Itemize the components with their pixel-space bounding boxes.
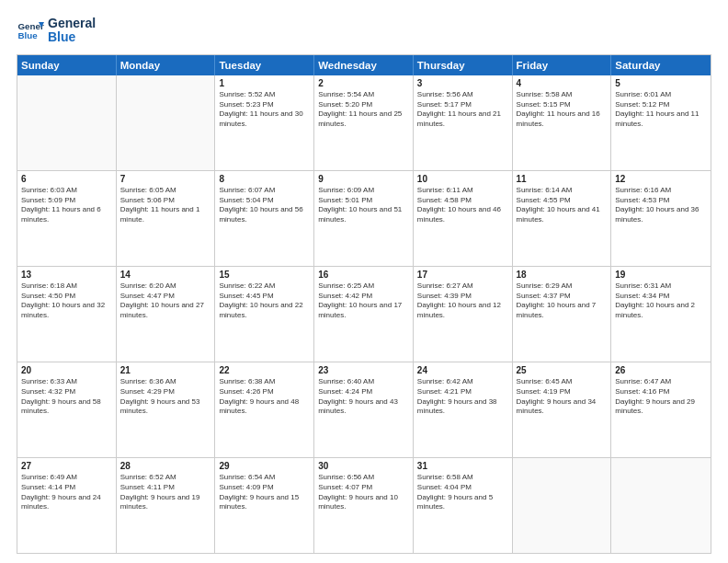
calendar-cell: 1Sunrise: 5:52 AMSunset: 5:23 PMDaylight… [215,75,314,170]
cell-info: Sunrise: 5:58 AMSunset: 5:15 PMDaylight:… [517,90,608,130]
calendar-cell [17,75,117,170]
day-number: 2 [318,78,409,88]
calendar-cell: 8Sunrise: 6:07 AMSunset: 5:04 PMDaylight… [215,171,314,266]
day-number: 9 [318,174,409,184]
svg-text:Blue: Blue [18,30,39,40]
calendar-cell: 15Sunrise: 6:22 AMSunset: 4:45 PMDayligh… [215,267,314,362]
calendar-day-header: Monday [117,55,216,75]
cell-info: Sunrise: 6:20 AMSunset: 4:47 PMDaylight:… [120,282,211,321]
calendar-cell: 30Sunrise: 6:56 AMSunset: 4:07 PMDayligh… [314,458,414,553]
calendar-cell: 13Sunrise: 6:18 AMSunset: 4:50 PMDayligh… [17,267,117,362]
calendar-cell: 26Sunrise: 6:47 AMSunset: 4:16 PMDayligh… [611,362,711,457]
calendar-cell: 19Sunrise: 6:31 AMSunset: 4:34 PMDayligh… [611,267,711,362]
day-number: 29 [219,461,310,471]
day-number: 26 [615,365,707,375]
calendar-cell: 11Sunrise: 6:14 AMSunset: 4:55 PMDayligh… [513,171,612,266]
day-number: 7 [120,174,211,184]
calendar-cell: 5Sunrise: 6:01 AMSunset: 5:12 PMDaylight… [611,75,711,170]
cell-info: Sunrise: 6:33 AMSunset: 4:32 PMDaylight:… [21,377,112,417]
day-number: 21 [120,365,211,375]
day-number: 30 [318,461,409,471]
day-number: 23 [318,365,409,375]
day-number: 22 [219,365,310,375]
day-number: 17 [417,270,508,280]
day-number: 4 [517,78,608,88]
calendar-cell: 12Sunrise: 6:16 AMSunset: 4:53 PMDayligh… [611,171,711,266]
calendar-header: SundayMondayTuesdayWednesdayThursdayFrid… [17,55,711,75]
calendar-cell: 16Sunrise: 6:25 AMSunset: 4:42 PMDayligh… [314,267,414,362]
calendar-week-row: 20Sunrise: 6:33 AMSunset: 4:32 PMDayligh… [17,362,711,458]
day-number: 3 [417,78,508,88]
calendar-cell: 4Sunrise: 5:58 AMSunset: 5:15 PMDaylight… [513,75,612,170]
calendar-cell: 29Sunrise: 6:54 AMSunset: 4:09 PMDayligh… [215,458,314,553]
day-number: 8 [219,174,310,184]
day-number: 25 [517,365,608,375]
page: General Blue General Blue SundayMondayTu… [0,0,728,563]
calendar-week-row: 27Sunrise: 6:49 AMSunset: 4:14 PMDayligh… [17,458,711,553]
day-number: 1 [219,78,310,88]
calendar-cell: 22Sunrise: 6:38 AMSunset: 4:26 PMDayligh… [215,362,314,457]
day-number: 10 [417,174,508,184]
calendar-cell: 24Sunrise: 6:42 AMSunset: 4:21 PMDayligh… [414,362,513,457]
day-number: 20 [21,365,112,375]
cell-info: Sunrise: 6:25 AMSunset: 4:42 PMDaylight:… [318,282,409,321]
calendar-week-row: 1Sunrise: 5:52 AMSunset: 5:23 PMDaylight… [17,75,711,171]
calendar-day-header: Thursday [414,55,513,75]
cell-info: Sunrise: 6:07 AMSunset: 5:04 PMDaylight:… [219,186,310,225]
calendar-cell: 18Sunrise: 6:29 AMSunset: 4:37 PMDayligh… [513,267,612,362]
cell-info: Sunrise: 6:11 AMSunset: 4:58 PMDaylight:… [417,186,508,225]
cell-info: Sunrise: 6:05 AMSunset: 5:06 PMDaylight:… [120,186,211,225]
cell-info: Sunrise: 6:42 AMSunset: 4:21 PMDaylight:… [417,377,508,417]
cell-info: Sunrise: 6:58 AMSunset: 4:04 PMDaylight:… [417,473,508,512]
calendar-day-header: Sunday [17,55,117,75]
cell-info: Sunrise: 6:56 AMSunset: 4:07 PMDaylight:… [318,473,409,512]
calendar-week-row: 6Sunrise: 6:03 AMSunset: 5:09 PMDaylight… [17,171,711,267]
cell-info: Sunrise: 6:47 AMSunset: 4:16 PMDaylight:… [615,377,707,417]
calendar-cell: 28Sunrise: 6:52 AMSunset: 4:11 PMDayligh… [117,458,216,553]
cell-info: Sunrise: 6:52 AMSunset: 4:11 PMDaylight:… [120,473,211,512]
calendar-cell [117,75,216,170]
cell-info: Sunrise: 5:54 AMSunset: 5:20 PMDaylight:… [318,90,409,130]
calendar-cell: 9Sunrise: 6:09 AMSunset: 5:01 PMDaylight… [314,171,414,266]
calendar-cell: 27Sunrise: 6:49 AMSunset: 4:14 PMDayligh… [17,458,117,553]
cell-info: Sunrise: 6:09 AMSunset: 5:01 PMDaylight:… [318,186,409,225]
day-number: 5 [615,78,707,88]
calendar-cell: 7Sunrise: 6:05 AMSunset: 5:06 PMDaylight… [117,171,216,266]
cell-info: Sunrise: 6:40 AMSunset: 4:24 PMDaylight:… [318,377,409,417]
day-number: 13 [21,270,112,280]
day-number: 31 [417,461,508,471]
day-number: 14 [120,270,211,280]
day-number: 27 [21,461,112,471]
calendar-cell: 3Sunrise: 5:56 AMSunset: 5:17 PMDaylight… [414,75,513,170]
calendar-cell: 20Sunrise: 6:33 AMSunset: 4:32 PMDayligh… [17,362,117,457]
header: General Blue General Blue [17,17,711,45]
day-number: 11 [517,174,608,184]
logo-icon: General Blue [17,17,44,44]
logo-text-blue: Blue [48,30,96,44]
cell-info: Sunrise: 5:52 AMSunset: 5:23 PMDaylight:… [219,90,310,130]
calendar-cell [611,458,711,553]
calendar-day-header: Tuesday [215,55,314,75]
calendar-cell: 31Sunrise: 6:58 AMSunset: 4:04 PMDayligh… [414,458,513,553]
cell-info: Sunrise: 6:03 AMSunset: 5:09 PMDaylight:… [21,186,112,225]
day-number: 15 [219,270,310,280]
cell-info: Sunrise: 6:16 AMSunset: 4:53 PMDaylight:… [615,186,707,225]
cell-info: Sunrise: 6:38 AMSunset: 4:26 PMDaylight:… [219,377,310,417]
calendar-cell: 10Sunrise: 6:11 AMSunset: 4:58 PMDayligh… [414,171,513,266]
day-number: 6 [21,174,112,184]
cell-info: Sunrise: 6:36 AMSunset: 4:29 PMDaylight:… [120,377,211,417]
logo: General Blue General Blue [17,17,96,45]
calendar-cell: 14Sunrise: 6:20 AMSunset: 4:47 PMDayligh… [117,267,216,362]
cell-info: Sunrise: 5:56 AMSunset: 5:17 PMDaylight:… [417,90,508,130]
day-number: 16 [318,270,409,280]
calendar-day-header: Wednesday [314,55,414,75]
cell-info: Sunrise: 6:18 AMSunset: 4:50 PMDaylight:… [21,282,112,321]
calendar: SundayMondayTuesdayWednesdayThursdayFrid… [17,54,711,554]
cell-info: Sunrise: 6:22 AMSunset: 4:45 PMDaylight:… [219,282,310,321]
logo-text-general: General [48,17,96,30]
calendar-body: 1Sunrise: 5:52 AMSunset: 5:23 PMDaylight… [17,75,711,553]
day-number: 28 [120,461,211,471]
cell-info: Sunrise: 6:27 AMSunset: 4:39 PMDaylight:… [417,282,508,321]
calendar-day-header: Friday [513,55,612,75]
day-number: 24 [417,365,508,375]
